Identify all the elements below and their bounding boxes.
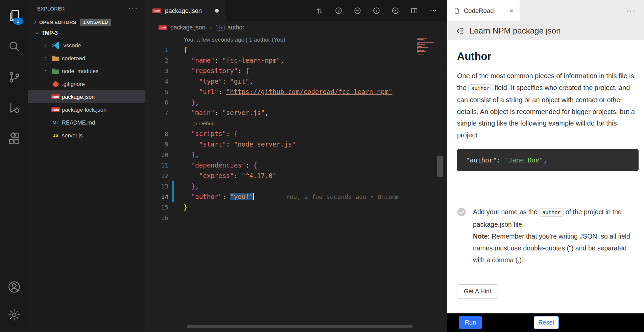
breadcrumb[interactable]: npm package.json abc author [145,21,447,34]
gutter[interactable]: 13 [145,181,184,192]
pending-changes-badge: 1 [13,18,23,25]
activity-item-extensions[interactable] [0,123,28,154]
code-line-12[interactable]: 12 "express": "^4.17.0" [145,171,447,181]
next-change-icon[interactable] [373,7,380,15]
gutter[interactable]: 3 [145,66,184,76]
workspace-root[interactable]: TMP-3 [28,27,145,39]
activity-item-account[interactable] [0,273,28,301]
vertical-scrollbar[interactable] [437,156,443,177]
code-line-8[interactable]: 8 "scripts": { [145,129,447,139]
breadcrumb-symbol[interactable]: author [228,24,244,31]
code-text[interactable]: "main": "server.js", [184,108,269,118]
code-line-1[interactable]: 1{ [145,45,447,55]
reset-button[interactable]: Reset [534,316,559,329]
chevron-right-icon [208,25,213,30]
gutter[interactable]: 9 [145,139,184,150]
code-text[interactable]: "type": "git", [184,76,253,87]
line-number: 11 [145,160,168,171]
run-file-icon[interactable] [391,7,399,15]
gutter[interactable]: 11 [145,160,184,171]
activity-item-explorer[interactable]: 1 [0,0,28,31]
code-line-11[interactable]: 11 "dependencies": { [145,160,447,171]
code-text[interactable]: "express": "^4.17.0" [184,171,277,181]
gutter[interactable]: 12 [145,171,184,181]
code-text[interactable]: "url": "https://github.com/coderoad/fcc-… [184,87,392,97]
code-text[interactable]: }, [184,97,199,108]
file-item-package-lock.json[interactable]: npmpackage-lock.json [28,103,145,116]
minimap-line [417,37,417,38]
tab-package-json[interactable]: npm package.json [145,0,226,21]
previous-change-icon[interactable] [335,7,342,15]
gutter[interactable]: 4 [145,76,184,87]
minimap[interactable] [417,37,435,56]
minimap-line [417,43,419,44]
code-text[interactable]: "dependencies": { [184,160,257,171]
code-editor[interactable]: You, a few seconds ago | 1 author (You) … [145,34,447,332]
discard-change-icon[interactable] [354,7,361,15]
get-hint-button[interactable]: Get A Hint [457,284,498,299]
tab-coderoad[interactable]: CodeRoad × [447,0,520,21]
file-item-node_modules[interactable]: node_modules [28,65,145,78]
code-text[interactable]: { [184,45,187,55]
blame-annotation[interactable]: You, a few seconds ago | 1 author (You) [184,36,447,44]
file-item-coderoad[interactable]: coderoad [28,52,145,65]
modified-dot-icon[interactable] [215,9,219,13]
gutter[interactable]: 5 [145,87,184,97]
code-text[interactable]: "name": "fcc-learn-npm", [184,55,284,66]
code-text[interactable]: }, [184,150,199,160]
gutter[interactable]: 7 [145,108,184,118]
code-line-4[interactable]: 4 "type": "git", [145,76,447,87]
code-text[interactable]: "scripts": { [184,129,238,139]
close-icon[interactable]: × [509,7,514,15]
code-line-15[interactable]: 15} [145,202,447,213]
gutter[interactable]: 2 [145,55,184,66]
panel-more-actions-icon[interactable]: ··· [626,6,636,15]
file-item-.vscode[interactable]: .vscode [28,39,145,52]
split-editor-icon[interactable] [410,7,418,15]
activity-item-settings[interactable] [0,301,28,329]
gutter[interactable]: 16 [145,213,184,223]
gutter[interactable]: 15 [145,202,184,213]
more-actions-icon[interactable] [429,7,437,15]
code-line-3[interactable]: 3 "repository": { [145,66,447,76]
code-line-5[interactable]: 5 "url": "https://github.com/coderoad/fc… [145,87,447,97]
gutter[interactable] [145,118,184,129]
code-line-14[interactable]: 14 "author": "you!"You, a few seconds ag… [145,192,447,202]
file-item-.gitignore[interactable]: .gitignore [28,78,145,90]
breadcrumb-file[interactable]: package.json [170,24,205,31]
gutter[interactable]: 10 [145,150,184,160]
vscode-icon [51,41,60,50]
code-line-2[interactable]: 2 "name": "fcc-learn-npm", [145,55,447,66]
code-line-13[interactable]: 13 }, [145,181,447,192]
code-line-9[interactable]: 9 "start": "node server.js" [145,139,447,150]
debug-codelens[interactable]: ▷ Debug [194,118,215,129]
code-line-16[interactable]: 16 [145,213,447,223]
file-item-server.js[interactable]: JSserver.js [28,129,145,142]
open-editors-section[interactable]: OPEN EDITORS 1 UNSAVED [28,17,145,27]
code-text[interactable]: }, [184,181,199,192]
gutter[interactable]: 8 [145,129,184,139]
run-button[interactable]: Run [459,316,482,329]
activity-item-source-control[interactable] [0,62,28,92]
back-icon[interactable] [455,26,464,36]
code-line-7[interactable]: 7 "main": "server.js", [145,108,447,118]
code-line-6[interactable]: 6 }, [145,97,447,108]
code-line-10[interactable]: 10 }, [145,150,447,160]
activity-item-search[interactable] [0,31,28,62]
file-item-README.md[interactable]: M↓README.md [28,116,145,129]
activity-item-run-debug[interactable] [0,92,28,123]
line-number: 6 [145,97,168,108]
code-text[interactable]: "author": "you!"You, a few seconds ago •… [184,192,400,202]
code-text[interactable]: } [184,202,187,213]
more-actions-icon [429,7,437,15]
gutter[interactable]: 1 [145,45,184,55]
gutter[interactable]: 14 [145,192,184,202]
codelens-row[interactable]: ▷ Debug [145,118,447,129]
code-text[interactable]: "start": "node server.js" [184,139,296,150]
open-changes-icon[interactable] [316,7,324,15]
explorer-more-actions-icon[interactable]: ··· [128,4,138,13]
gutter[interactable]: 6 [145,97,184,108]
horizontal-scrollbar[interactable] [187,325,413,328]
file-item-package.json[interactable]: npmpackage.json [28,90,145,103]
code-text[interactable]: "repository": { [184,66,249,76]
